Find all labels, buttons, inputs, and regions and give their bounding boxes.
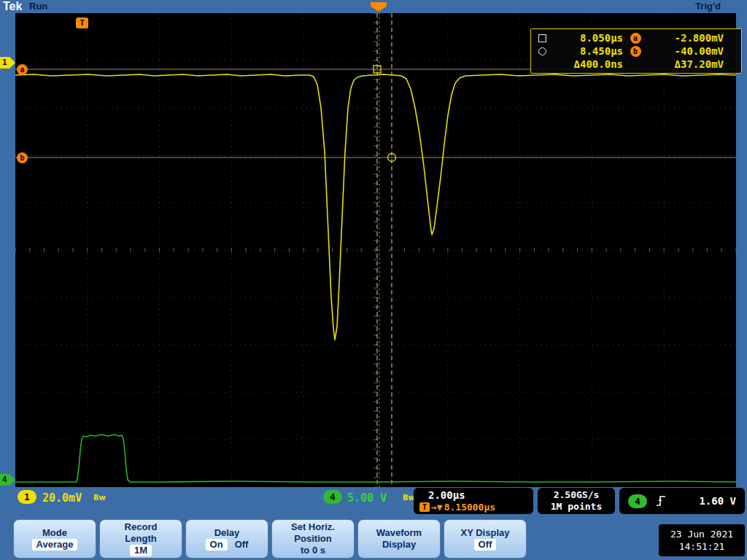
datetime-box: 23 Jun 2021 14:51:21 — [659, 524, 745, 556]
sample-rate: 2.50GS/s — [538, 489, 615, 501]
rising-edge-icon — [656, 494, 666, 508]
menu-option[interactable]: Off — [474, 539, 497, 551]
ch4-scale: 5.00 V — [347, 491, 387, 505]
cursor-a-marker[interactable]: a — [17, 64, 28, 75]
menu-option[interactable]: Mode — [42, 527, 67, 539]
ch4-ground-marker[interactable]: 4 — [0, 474, 15, 486]
ch1-bandwidth-indicator: Bw — [93, 494, 106, 502]
waveform-svg — [15, 13, 736, 487]
cursor1-square-icon — [538, 34, 546, 42]
ch1-scale: 20.0mV — [42, 491, 82, 505]
menu-button-xy-display[interactable]: XY DisplayOff — [444, 519, 527, 559]
cursor1-time: 8.050µs — [580, 32, 623, 44]
menu-option[interactable]: Length — [125, 533, 156, 545]
menu-button-delay[interactable]: DelayOnOff — [185, 519, 268, 559]
menu-option[interactable]: Position — [294, 533, 331, 545]
graticule — [15, 13, 736, 487]
trigger-position-marker[interactable] — [371, 2, 387, 12]
cursor-readout-box: 8.050µs a -2.800mV 8.450µs b -40.00mV Δ4… — [530, 28, 742, 74]
ch4-badge[interactable]: 4 — [323, 490, 342, 504]
oscilloscope-screen: Tek Run Trig'd T 1 a b 4 8.050µs a -2.80… — [0, 0, 747, 560]
trigger-t-icon: T — [419, 502, 430, 512]
delay-arrow-icon: →▼ — [431, 502, 443, 513]
cursor-b-marker[interactable]: b — [17, 152, 28, 163]
trigger-source-badge: 4 — [628, 494, 647, 508]
menu-option[interactable]: Display — [382, 539, 416, 551]
cursor-b-badge: b — [630, 46, 641, 57]
cursor-a-value: -2.800mV — [675, 32, 724, 44]
cursor-b-value: -40.00mV — [675, 45, 724, 57]
cursor-a-badge: a — [630, 33, 641, 44]
menu-button-set-horiz-position[interactable]: Set Horiz.Positionto 0 s — [271, 519, 355, 559]
menu-option[interactable]: Set Horiz. — [291, 521, 335, 533]
menu-option[interactable]: Off — [235, 539, 249, 551]
status-bar: 1 20.0mV Bw 4 5.00 V Bw 2.00µs T →▼ 8.15… — [0, 487, 747, 516]
record-length: 1M points — [538, 501, 615, 513]
trigger-record-marker[interactable]: T — [76, 18, 88, 28]
menu-button-record-length[interactable]: RecordLength1M — [99, 519, 182, 559]
menu-button-waveform-display[interactable]: WaveformDisplay — [357, 519, 441, 559]
ch1-ground-marker[interactable]: 1 — [0, 57, 15, 69]
menu-option[interactable]: Record — [125, 521, 158, 533]
tek-logo: Tek — [3, 0, 22, 13]
menu-option[interactable]: to 0 s — [301, 545, 325, 556]
horizontal-readout-box: 2.00µs T →▼ 8.15000µs — [414, 488, 533, 514]
menu-bar: ModeAverageRecordLength1MDelayOnOffSet H… — [0, 515, 747, 560]
menu-button-mode[interactable]: ModeAverage — [13, 519, 96, 559]
delay-value: 8.15000µs — [444, 502, 495, 513]
delta-value: Δ37.20mV — [675, 58, 724, 70]
cursor2-time: 8.450µs — [580, 45, 623, 57]
timebase-value: 2.00µs — [428, 489, 533, 501]
trigger-level: 1.60 V — [699, 495, 736, 507]
menu-option[interactable]: Waveform — [376, 527, 422, 539]
menu-option[interactable]: 1M — [130, 545, 152, 556]
menu-option[interactable]: Average — [32, 539, 78, 551]
trigger-status: Trig'd — [695, 1, 721, 12]
menu-option[interactable]: On — [206, 539, 228, 551]
trigger-readout-box: 4 1.60 V — [619, 488, 745, 514]
date-label: 23 Jun 2021 — [670, 528, 733, 540]
menu-option[interactable]: XY Display — [461, 527, 510, 539]
cursor2-circle-icon — [538, 47, 546, 55]
ch1-badge[interactable]: 1 — [18, 490, 36, 504]
time-label: 14:51:21 — [679, 540, 725, 553]
delta-time: Δ400.0ns — [574, 58, 623, 70]
menu-option[interactable]: Delay — [214, 527, 240, 539]
acquisition-status: Run — [29, 1, 47, 12]
acquisition-readout-box: 2.50GS/s 1M points — [538, 488, 615, 514]
